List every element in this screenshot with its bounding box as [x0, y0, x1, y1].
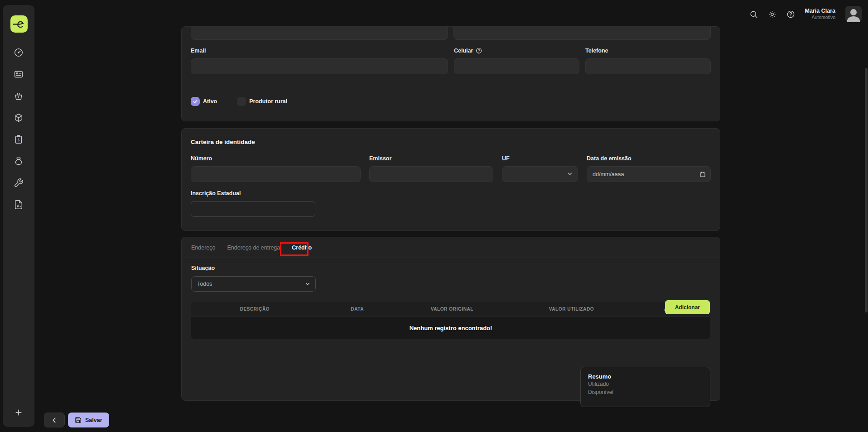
help-icon[interactable] — [786, 10, 795, 19]
clipped-input-left[interactable] — [191, 26, 448, 40]
basket-icon[interactable] — [14, 91, 24, 101]
invoice-clipboard-icon[interactable]: $ — [14, 134, 24, 144]
wrench-icon[interactable] — [14, 178, 24, 188]
back-button[interactable] — [44, 413, 65, 427]
ativo-checkbox-group[interactable]: Ativo — [191, 97, 217, 106]
svg-text:$: $ — [17, 138, 19, 142]
tab-endereco[interactable]: Endereço — [191, 245, 216, 251]
emissor-group: Emissor — [369, 155, 493, 182]
data-emissao-group: Data de emissão — [587, 155, 711, 182]
avatar-head — [850, 9, 857, 15]
sidebar: $ — [3, 5, 34, 427]
clipped-input-row — [191, 26, 711, 40]
add-new-button[interactable] — [3, 408, 34, 417]
resumo-utilizado: Utilizado — [588, 380, 703, 388]
topbar: Maria Clara Automotivo — [749, 5, 862, 23]
ativo-checkbox[interactable] — [191, 97, 200, 106]
plus-icon — [14, 408, 23, 417]
identity-title: Carteira de identidade — [191, 139, 711, 145]
save-label: Salvar — [85, 417, 102, 423]
data-emissao-label: Data de emissão — [587, 155, 711, 162]
inscricao-label: Inscrição Estadual — [191, 190, 315, 197]
email-group: Email — [191, 48, 448, 74]
tabbar: Endereço Endereço de entrega Crédito — [182, 237, 720, 258]
tab-endereco-entrega[interactable]: Endereço de entrega — [227, 245, 280, 251]
ativo-label: Ativo — [203, 98, 217, 105]
uf-label: UF — [502, 155, 578, 162]
situacao-select[interactable]: Todos — [191, 276, 316, 292]
scrollbar-thumb[interactable] — [865, 68, 868, 312]
user-role: Automotivo — [805, 14, 835, 20]
id-card-icon[interactable] — [14, 69, 24, 79]
celular-help-icon[interactable] — [476, 48, 482, 54]
user-name: Maria Clara — [805, 8, 835, 15]
dashboard-gauge-icon[interactable] — [14, 48, 24, 58]
celular-group: Celular — [454, 48, 579, 74]
numero-group: Número — [191, 155, 361, 182]
uf-select[interactable] — [502, 166, 578, 182]
celular-label: Celular — [454, 48, 579, 54]
table-header-row: DESCRIÇÃO DATA VALOR ORIGINAL VALOR UTIL… — [191, 302, 710, 316]
credit-table: DESCRIÇÃO DATA VALOR ORIGINAL VALOR UTIL… — [191, 302, 710, 339]
credit-card: Endereço Endereço de entrega Crédito Sit… — [181, 237, 720, 401]
save-button[interactable]: Salvar — [68, 413, 109, 427]
resumo-disponivel: Disponível — [588, 388, 703, 396]
situacao-label: Situação — [191, 265, 710, 271]
uf-group: UF — [502, 155, 578, 182]
produtor-rural-label: Produtor rural — [249, 98, 287, 105]
col-valor-original: VALOR ORIGINAL — [396, 307, 508, 312]
col-valor-utilizado: VALOR UTILIZADO — [508, 307, 635, 312]
report-file-icon[interactable] — [14, 200, 24, 210]
resumo-title: Resumo — [588, 373, 703, 380]
inscricao-group: Inscrição Estadual — [191, 190, 315, 217]
resumo-box: Resumo Utilizado Disponível — [580, 367, 710, 407]
search-icon[interactable] — [749, 10, 758, 19]
emissor-field[interactable] — [369, 166, 493, 182]
logo-e-icon — [12, 17, 26, 31]
produtor-rural-checkbox[interactable] — [237, 97, 246, 106]
clipped-input-right[interactable] — [453, 26, 711, 40]
email-field[interactable] — [191, 58, 448, 74]
save-floppy-icon — [75, 417, 82, 423]
app-logo[interactable] — [10, 15, 28, 33]
identity-card: Carteira de identidade Número Emissor UF — [181, 128, 720, 231]
annotation-highlight-credito — [280, 242, 309, 256]
numero-label: Número — [191, 155, 361, 162]
chevron-left-icon — [51, 417, 58, 424]
celular-field[interactable] — [454, 58, 579, 74]
package-icon[interactable] — [14, 113, 24, 123]
inscricao-field[interactable] — [191, 201, 315, 217]
user-info[interactable]: Maria Clara Automotivo — [805, 8, 835, 21]
telefone-group: Telefone — [585, 48, 711, 74]
credito-tab-panel: Situação Todos Adicionar DESCRIÇÃO DATA … — [182, 258, 720, 401]
money-bag-icon[interactable] — [14, 156, 24, 166]
produtor-rural-checkbox-group[interactable]: Produtor rural — [237, 97, 287, 106]
telefone-field[interactable] — [585, 58, 711, 74]
adicionar-button[interactable]: Adicionar — [665, 300, 710, 314]
check-icon — [193, 99, 198, 104]
col-data: DATA — [318, 307, 396, 312]
col-descricao: DESCRIÇÃO — [191, 307, 318, 312]
theme-brightness-icon[interactable] — [768, 10, 776, 19]
email-label: Email — [191, 48, 448, 54]
emissor-label: Emissor — [369, 155, 493, 162]
telefone-label: Telefone — [585, 48, 711, 54]
empty-message: Nenhum registro encontrado! — [410, 325, 492, 331]
avatar-body — [847, 16, 860, 22]
data-emissao-field[interactable] — [587, 166, 711, 182]
contact-card: Email Celular Telefone — [181, 26, 720, 121]
numero-field[interactable] — [191, 166, 361, 182]
table-empty-row: Nenhum registro encontrado! — [191, 317, 710, 339]
avatar[interactable] — [845, 6, 862, 22]
